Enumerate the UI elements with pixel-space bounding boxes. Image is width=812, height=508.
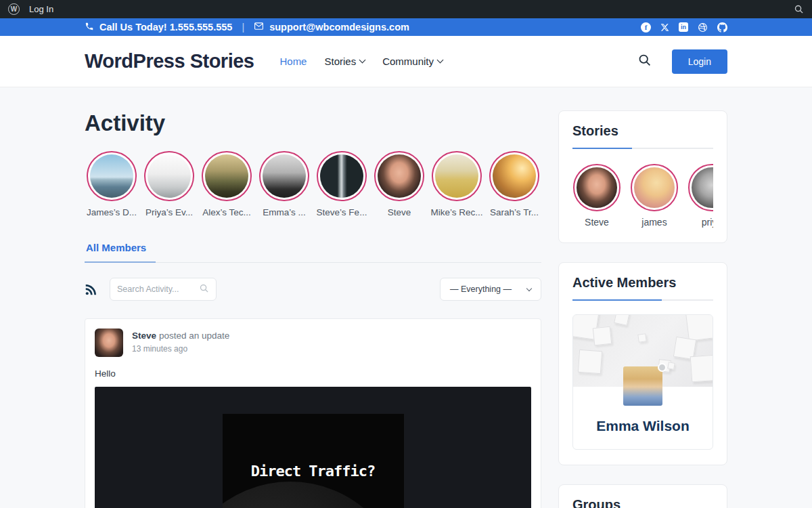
facebook-icon[interactable]: f bbox=[641, 22, 651, 33]
contact-separator: | bbox=[242, 22, 244, 33]
activity-filter-select[interactable]: — Everything — bbox=[440, 278, 541, 301]
site-logo[interactable]: WordPress Stories bbox=[85, 50, 254, 72]
post-author-avatar[interactable] bbox=[95, 329, 123, 357]
site-header: WordPress Stories Home Stories Community… bbox=[0, 36, 812, 87]
admin-login-link[interactable]: Log In bbox=[29, 4, 53, 14]
story-item[interactable]: Steve’s Fe... bbox=[315, 151, 369, 217]
stories-widget: Stories Steve james priya bbox=[558, 110, 727, 243]
member-card[interactable]: Emma Wilson bbox=[572, 314, 713, 450]
chevron-down-icon bbox=[359, 57, 366, 64]
activity-post: Steveposted an update 13 minutes ago Hel… bbox=[85, 318, 541, 508]
widget-title: Active Members bbox=[572, 275, 713, 291]
story-item[interactable]: Emma’s ... bbox=[257, 151, 311, 217]
x-twitter-icon[interactable] bbox=[660, 23, 669, 32]
story-item[interactable]: Alex’s Tec... bbox=[200, 151, 254, 217]
story-avatar bbox=[432, 151, 482, 201]
main-nav: Home Stories Community bbox=[279, 56, 443, 67]
tab-all-members[interactable]: All Members bbox=[85, 235, 156, 263]
story-avatar bbox=[573, 164, 621, 211]
page-title: Activity bbox=[85, 110, 541, 136]
linkedin-icon[interactable]: in bbox=[679, 22, 688, 32]
member-name[interactable]: Emma Wilson bbox=[573, 418, 713, 434]
search-icon[interactable] bbox=[199, 283, 209, 296]
story-item[interactable]: Mike’s Rec... bbox=[430, 151, 484, 217]
phone-icon bbox=[85, 22, 94, 33]
story-avatar bbox=[631, 164, 678, 211]
header-search-icon[interactable] bbox=[637, 53, 652, 70]
story-avatar bbox=[374, 151, 424, 201]
wordpress-logo-icon[interactable]: W bbox=[8, 3, 20, 15]
story-item[interactable]: James’s D... bbox=[85, 151, 139, 217]
login-button[interactable]: Login bbox=[672, 49, 727, 74]
activity-search-input[interactable] bbox=[117, 284, 199, 294]
groups-widget: Groups bbox=[558, 484, 727, 508]
activity-search-box bbox=[110, 278, 217, 301]
media-caption-text: Direct Traffic? bbox=[223, 463, 404, 480]
social-links: f in bbox=[641, 22, 727, 33]
story-item[interactable]: Sarah’s Tr... bbox=[487, 151, 541, 217]
sidebar-story-item[interactable]: Steve bbox=[572, 164, 621, 228]
widget-title: Stories bbox=[572, 123, 713, 139]
active-members-widget: Active Members Emma W bbox=[558, 262, 727, 465]
story-avatar bbox=[202, 151, 252, 201]
rss-icon[interactable] bbox=[85, 283, 97, 296]
post-author-link[interactable]: Steve bbox=[132, 331, 156, 341]
story-item[interactable]: Priya’s Ev... bbox=[142, 151, 196, 217]
member-status-dot bbox=[658, 363, 667, 372]
phone-number-link[interactable]: Call Us Today! 1.555.555.555 bbox=[99, 22, 232, 33]
post-media[interactable]: Direct Traffic? bbox=[95, 387, 531, 508]
story-avatar bbox=[87, 151, 137, 201]
story-avatar bbox=[144, 151, 194, 201]
nav-item-stories[interactable]: Stories bbox=[324, 56, 365, 67]
admin-search-icon[interactable] bbox=[794, 4, 804, 14]
sidebar-story-item[interactable]: james bbox=[630, 164, 679, 228]
member-avatar[interactable] bbox=[623, 366, 662, 406]
story-avatar bbox=[688, 164, 713, 211]
github-icon[interactable] bbox=[717, 22, 727, 33]
post-media-image: Direct Traffic? bbox=[223, 414, 404, 508]
story-avatar bbox=[489, 151, 539, 201]
activity-tabs: All Members bbox=[85, 235, 541, 263]
wp-admin-bar: W Log In bbox=[0, 0, 812, 18]
support-email-link[interactable]: support@wbcomdesigns.com bbox=[269, 22, 409, 33]
story-item[interactable]: Steve bbox=[372, 151, 426, 217]
sidebar-story-item[interactable]: priya bbox=[687, 164, 713, 228]
post-action-text: posted an update bbox=[159, 331, 229, 341]
chevron-down-icon bbox=[437, 57, 444, 64]
nav-item-community[interactable]: Community bbox=[382, 56, 443, 67]
story-avatar bbox=[259, 151, 309, 201]
envelope-icon bbox=[254, 21, 264, 33]
top-contact-bar: Call Us Today! 1.555.555.555 | support@w… bbox=[0, 18, 812, 36]
post-timestamp[interactable]: 13 minutes ago bbox=[132, 344, 229, 354]
media-moon-graphic bbox=[223, 482, 404, 508]
widget-title: Groups bbox=[572, 497, 713, 508]
post-body-text: Hello bbox=[95, 368, 531, 379]
story-avatar bbox=[317, 151, 367, 201]
chevron-down-icon bbox=[526, 285, 532, 291]
nav-item-home[interactable]: Home bbox=[279, 56, 307, 67]
dribbble-icon[interactable] bbox=[698, 22, 708, 33]
stories-carousel: James’s D... Priya’s Ev... Alex’s Tec...… bbox=[85, 151, 541, 217]
